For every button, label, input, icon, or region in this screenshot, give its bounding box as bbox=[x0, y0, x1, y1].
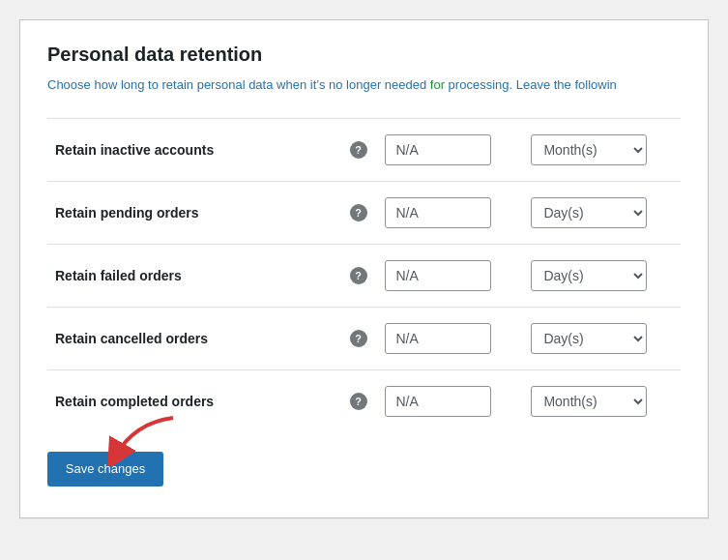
table-row: Retain failed orders?Day(s)Month(s)Year(… bbox=[47, 244, 681, 307]
page-title: Personal data retention bbox=[47, 44, 681, 66]
unit-select-cancelled-orders[interactable]: Day(s)Month(s)Year(s) bbox=[531, 323, 647, 354]
value-input-pending-orders[interactable] bbox=[385, 197, 491, 228]
unit-select-completed-orders[interactable]: Month(s)Day(s)Year(s) bbox=[531, 386, 647, 417]
retention-settings-table: Retain inactive accounts?Month(s)Day(s)Y… bbox=[47, 118, 681, 432]
value-input-completed-orders[interactable] bbox=[385, 386, 491, 417]
arrow-container: Save changes bbox=[47, 452, 163, 486]
unit-select-pending-orders[interactable]: Day(s)Month(s)Year(s) bbox=[531, 197, 647, 228]
help-icon-completed-orders[interactable]: ? bbox=[350, 393, 367, 410]
value-input-failed-orders[interactable] bbox=[385, 260, 491, 291]
description-highlight: for bbox=[430, 77, 445, 92]
unit-select-failed-orders[interactable]: Day(s)Month(s)Year(s) bbox=[531, 260, 647, 291]
label-cancelled-orders: Retain cancelled orders bbox=[47, 307, 339, 369]
help-icon-cancelled-orders[interactable]: ? bbox=[350, 330, 367, 347]
save-changes-button[interactable]: Save changes bbox=[47, 452, 163, 486]
table-row: Retain cancelled orders?Day(s)Month(s)Ye… bbox=[47, 307, 681, 369]
table-row: Retain completed orders?Month(s)Day(s)Ye… bbox=[47, 369, 681, 432]
table-row: Retain inactive accounts?Month(s)Day(s)Y… bbox=[47, 118, 681, 181]
value-input-inactive-accounts[interactable] bbox=[385, 134, 491, 165]
description-text: Choose how long to retain personal data … bbox=[47, 75, 681, 95]
label-inactive-accounts: Retain inactive accounts bbox=[47, 118, 339, 181]
label-failed-orders: Retain failed orders bbox=[47, 244, 339, 307]
save-section: Save changes bbox=[47, 452, 681, 486]
value-input-cancelled-orders[interactable] bbox=[385, 323, 491, 354]
help-icon-inactive-accounts[interactable]: ? bbox=[350, 141, 367, 159]
settings-panel: Personal data retention Choose how long … bbox=[19, 19, 709, 518]
label-pending-orders: Retain pending orders bbox=[47, 181, 339, 244]
table-row: Retain pending orders?Day(s)Month(s)Year… bbox=[47, 181, 681, 244]
help-icon-failed-orders[interactable]: ? bbox=[350, 267, 367, 284]
unit-select-inactive-accounts[interactable]: Month(s)Day(s)Year(s) bbox=[531, 134, 647, 165]
label-completed-orders: Retain completed orders bbox=[47, 369, 339, 432]
help-icon-pending-orders[interactable]: ? bbox=[350, 204, 367, 221]
